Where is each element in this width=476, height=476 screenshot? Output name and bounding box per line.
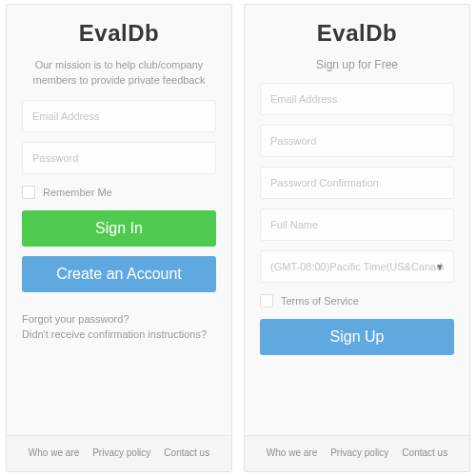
signup-password-field[interactable] (260, 125, 454, 157)
signup-header: EvalDb (245, 5, 469, 54)
footer-about-link[interactable]: Who we are (29, 447, 79, 458)
signup-subhead: Sign up for Free (245, 54, 469, 83)
signup-email-field[interactable] (260, 83, 454, 115)
brand-logo: EvalDb (245, 20, 469, 47)
signup-button[interactable]: Sign Up (260, 319, 454, 355)
signin-panel: EvalDb Our mission is to help club/compa… (6, 4, 232, 472)
signin-footer: Who we are Privacy policy Contact us (7, 435, 231, 471)
signin-button[interactable]: Sign In (22, 210, 216, 247)
signup-footer: Who we are Privacy policy Contact us (245, 435, 469, 471)
forgot-password-link[interactable]: Forgot your password? (22, 311, 216, 327)
footer-contact-link[interactable]: Contact us (164, 447, 209, 458)
resend-confirmation-link[interactable]: Didn't receive confirmation instructions… (22, 327, 216, 343)
signin-tagline: Our mission is to help club/company memb… (7, 54, 231, 100)
footer-privacy-link[interactable]: Privacy policy (92, 447, 150, 458)
email-field[interactable] (22, 100, 216, 132)
brand-logo: EvalDb (7, 20, 231, 47)
footer-about-link[interactable]: Who we are (267, 447, 317, 458)
footer-privacy-link[interactable]: Privacy policy (330, 447, 388, 458)
remember-row[interactable]: Remember Me (22, 184, 216, 201)
tos-checkbox[interactable] (260, 294, 273, 307)
timezone-select[interactable]: (GMT-08:00)Pacific Time(US&Canada) (260, 250, 454, 283)
tos-row[interactable]: Terms of Service (260, 292, 454, 309)
signup-form: (GMT-08:00)Pacific Time(US&Canada) ▼ Ter… (245, 83, 469, 435)
signin-links: Forgot your password? Didn't receive con… (22, 302, 216, 356)
signin-header: EvalDb (7, 5, 231, 54)
signup-panel: EvalDb Sign up for Free (GMT-08:00)Pacif… (244, 4, 470, 472)
tos-label: Terms of Service (281, 295, 359, 307)
signin-form: Remember Me Sign In Create an Account Fo… (7, 100, 231, 435)
timezone-select-wrap: (GMT-08:00)Pacific Time(US&Canada) ▼ (260, 250, 454, 283)
fullname-field[interactable] (260, 208, 454, 241)
remember-checkbox[interactable] (22, 186, 35, 199)
footer-contact-link[interactable]: Contact us (402, 447, 447, 458)
signup-password-confirm-field[interactable] (260, 167, 454, 199)
create-account-button[interactable]: Create an Account (22, 256, 216, 292)
remember-label: Remember Me (43, 187, 112, 198)
password-field[interactable] (22, 142, 216, 174)
